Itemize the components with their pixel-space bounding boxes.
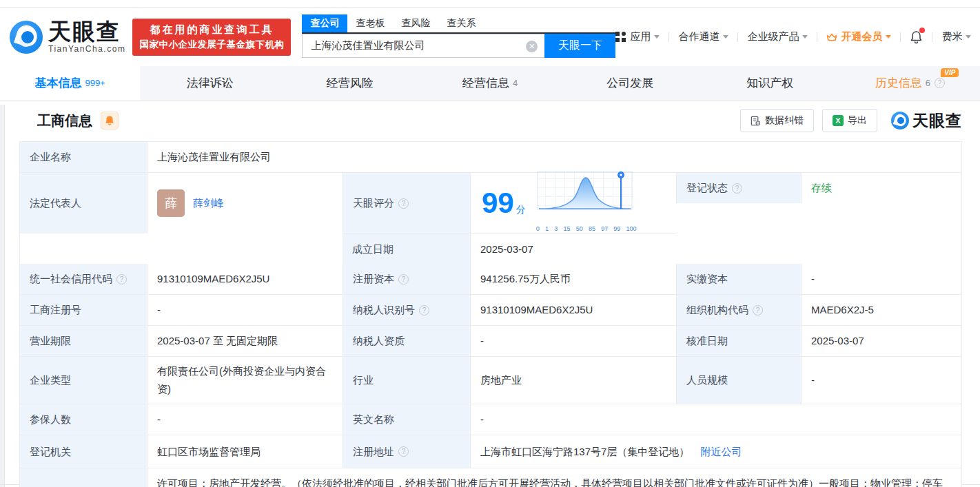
table-row: 登记机关 虹口区市场监督管理局 注册地址 ? 上海市虹口区海宁路137号7层（集… (20, 435, 961, 468)
clear-search-icon[interactable]: ✕ (526, 41, 538, 52)
field-label-text: 注册地址 (353, 443, 394, 461)
nav-open-vip[interactable]: 开通会员 (826, 30, 891, 43)
help-icon[interactable]: ? (398, 446, 409, 457)
tianyan-score-cell: 99 分 (470, 173, 676, 234)
registered-capital-value: 941256.75万人民币 (470, 264, 676, 294)
field-label: 天眼评分 ? (343, 173, 470, 234)
field-label: 工商注册号 (20, 295, 147, 325)
score-value: 99 (482, 189, 514, 218)
registration-authority-value: 虹口区市场监督管理局 (147, 435, 343, 468)
search-tab-company[interactable]: 查公司 (302, 14, 347, 32)
legal-rep-link[interactable]: 薛剑峰 (193, 194, 224, 212)
field-label: 法定代表人 (20, 173, 147, 234)
notifications-bell[interactable] (910, 30, 923, 44)
doc-edit-icon (751, 116, 761, 126)
field-label-text: 经营范围 (30, 484, 71, 487)
search-tabs: 查公司 查老板 查风险 查关系 (302, 16, 615, 34)
legal-rep-cell: 薛 薛剑峰 (147, 173, 343, 234)
tab-legal[interactable]: 法律诉讼 (140, 66, 280, 100)
tab-label: 经营风险 (327, 75, 374, 91)
search-tab-relation[interactable]: 查关系 (438, 14, 484, 32)
tab-label: 公司发展 (606, 75, 653, 91)
tab-operating-risk[interactable]: 经营风险 (280, 66, 420, 100)
help-icon[interactable]: ? (732, 183, 742, 194)
help-icon[interactable]: ? (935, 78, 945, 88)
chevron-down-icon (654, 35, 660, 39)
watermark-logo: 天眼查 (891, 110, 962, 132)
score-distribution-chart: 0131550859799100 (535, 169, 637, 238)
excel-icon: X (833, 115, 844, 126)
data-correction-button[interactable]: 数据纠错 (740, 109, 814, 132)
export-button[interactable]: X 导出 (822, 109, 877, 132)
help-icon[interactable]: ? (753, 305, 763, 315)
nav-enterprise-label: 企业级产品 (747, 30, 799, 43)
help-icon[interactable]: ? (116, 274, 127, 284)
tab-history-info[interactable]: VIP 历史信息 6 ? (840, 66, 980, 100)
approval-date-value: 2025-03-07 (801, 326, 961, 356)
tab-count: 4 (513, 78, 518, 88)
brand-name: 天眼查 (48, 20, 125, 43)
field-label-text: 统一社会信用代码 (30, 270, 112, 288)
field-label: 登记状态 ? (676, 173, 801, 203)
credit-code-value: 91310109MAED6X2J5U (147, 264, 343, 294)
field-label: 人员规模 (676, 357, 801, 404)
promo-line2: 国家中小企业发展子基金旗下机构 (139, 39, 284, 51)
nearby-companies-link[interactable]: 附近公司 (700, 443, 742, 461)
tab-count: 999+ (85, 78, 105, 88)
nav-user[interactable]: 费米 (941, 30, 971, 43)
nav-partner-label: 合作通道 (678, 30, 719, 43)
nav-partner[interactable]: 合作通道 (678, 30, 728, 43)
nav-apps[interactable]: 应用 (615, 30, 660, 43)
export-label: 导出 (848, 114, 867, 127)
help-icon[interactable]: ? (398, 198, 409, 209)
nav-separator (817, 32, 817, 42)
search-button[interactable]: 天眼一下 (544, 34, 615, 58)
field-label: 注册资本 ? (343, 264, 470, 294)
score-unit: 分 (516, 200, 526, 218)
section-actions: 数据纠错 X 导出 天眼查 (732, 109, 962, 132)
tab-basic-info[interactable]: 基本信息 999+ (0, 66, 140, 100)
site-header: 天眼查 TianYanCha.com 都在用的商业查询工具 国家中小企业发展子基… (0, 8, 980, 66)
tianyancha-logo-icon (10, 21, 43, 54)
english-name-value: - (470, 404, 961, 435)
help-icon[interactable]: ? (419, 305, 429, 315)
logo-text: 天眼查 TianYanCha.com (48, 20, 125, 54)
field-label-text: 天眼评分 (353, 194, 394, 212)
nav-separator (900, 32, 901, 42)
tianyancha-logo-icon (891, 112, 909, 129)
registration-number-value: - (147, 295, 343, 325)
search-tab-risk[interactable]: 查风险 (393, 14, 438, 32)
section-header: 工商信息 数据纠错 X 导出 (19, 101, 962, 141)
search-tab-boss[interactable]: 查老板 (347, 14, 393, 32)
promo-line1: 都在用的商业查询工具 (139, 23, 284, 37)
vip-badge: VIP (941, 68, 959, 77)
nav-vip-label: 开通会员 (841, 30, 882, 43)
tianyancha-logo[interactable]: 天眼查 TianYanCha.com (10, 20, 125, 54)
subscribe-bell-button[interactable] (101, 112, 119, 129)
field-label: 注册地址 ? (343, 435, 470, 468)
field-label: 实缴资本 (676, 264, 801, 294)
company-name-value: 上海沁茂佳置业有限公司 (147, 142, 961, 172)
nav-enterprise[interactable]: 企业级产品 (747, 30, 808, 43)
help-icon[interactable]: ? (398, 274, 409, 284)
nav-separator (737, 32, 738, 42)
tab-operation-info[interactable]: 经营信息 4 (420, 66, 560, 100)
section-title: 工商信息 (37, 112, 92, 130)
business-info-section: 工商信息 数据纠错 X 导出 (19, 101, 962, 487)
insured-count-value: - (147, 404, 343, 435)
table-row: 营业期限 2025-03-07 至 无固定期限 纳税人资质 - 核准日期 202… (20, 325, 961, 356)
field-label: 参保人数 (20, 404, 147, 435)
nav-user-label: 费米 (941, 30, 962, 43)
avatar[interactable]: 薛 (157, 189, 185, 217)
tab-company-development[interactable]: 公司发展 (560, 66, 700, 100)
left-rail-divider (0, 105, 5, 487)
tab-intellectual-property[interactable]: 知识产权 (700, 66, 840, 100)
top-nav: 应用 合作通道 企业级产品 开通会员 (615, 30, 971, 44)
search-input-wrap: ✕ (302, 34, 544, 58)
promo-banner: 都在用的商业查询工具 国家中小企业发展子基金旗下机构 (132, 19, 291, 56)
tab-label: 基本信息 (34, 75, 81, 91)
notification-dot (919, 28, 925, 33)
field-label-text: 组织机构代码 (686, 301, 748, 319)
search-input[interactable] (311, 40, 518, 52)
chevron-down-icon (723, 35, 728, 39)
